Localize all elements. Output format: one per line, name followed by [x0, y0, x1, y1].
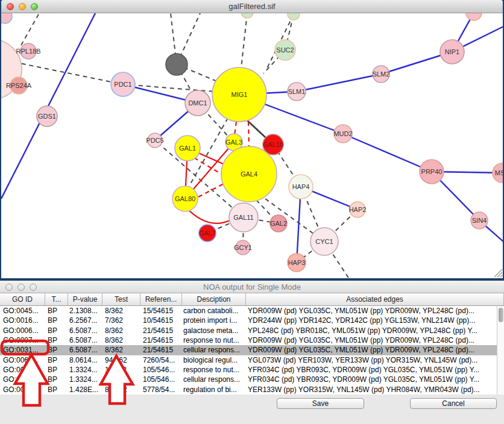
cell-test: 80/362: [102, 385, 140, 394]
cell-edges: YER133W (pp) YOR315W, YNL145W (pd) YHR08…: [246, 385, 504, 394]
network-node-label: GCY1: [234, 244, 252, 251]
network-node-label: PDC1: [114, 81, 131, 88]
cell-type: BP: [45, 335, 68, 345]
column-header-go_id[interactable]: GO ID: [0, 293, 45, 305]
cell-go_id: GO:0065...: [0, 355, 45, 365]
column-header-reference[interactable]: Referen...: [140, 293, 182, 305]
column-header-edges[interactable]: Associated edges: [246, 293, 504, 305]
cell-description: carbon cataboli...: [182, 306, 246, 316]
network-node-label: RPS24A: [6, 82, 32, 89]
cell-p_value: 6.5087...: [68, 345, 102, 355]
network-node-label: PDC5: [146, 137, 163, 144]
resize-grip-icon[interactable]: [494, 269, 502, 277]
network-window-titlebar[interactable]: galFiltered.sif: [1, 0, 503, 13]
cell-edges: YPL248C (pd) YBR018C, YML051W (pp) YDR00…: [246, 326, 504, 335]
network-node-topgreen1[interactable]: [241, 13, 253, 18]
cell-reference: 10/54615: [140, 316, 182, 325]
table-row[interactable]: GO:0006...BP6.5087...8/36221/54615galact…: [0, 326, 504, 335]
cell-reference: 105/546...: [140, 365, 182, 375]
close-button[interactable]: [7, 3, 14, 10]
table-row[interactable]: GO:0031...BP1.3324...11/362105/546...cel…: [0, 375, 504, 384]
scrollbar-thumb[interactable]: [499, 308, 503, 322]
cell-edges: YDR009W (pd) YGL035C, YML051W (pp) YDR00…: [246, 335, 504, 345]
cell-p_value: 1.3324...: [68, 375, 102, 384]
table-row[interactable]: GO:0031...BP6.5087...8/36221/54615cellul…: [0, 345, 504, 355]
network-node-label: CYC1: [315, 238, 333, 245]
network-edge: [21, 13, 39, 45]
noa-window-titlebar[interactable]: NOA output for Single Mode: [0, 281, 504, 293]
cell-reference: 105/546...: [140, 375, 182, 384]
network-node-label: MUD2: [333, 130, 352, 137]
noa-table-body: GO:0045...BP2.1308...8/36215/54615carbon…: [0, 306, 504, 394]
network-edge: [194, 158, 224, 176]
cancel-button[interactable]: Cancel: [410, 398, 497, 409]
network-node-label: SLM1: [288, 88, 306, 95]
network-node-label: GAL7: [199, 229, 216, 237]
save-button[interactable]: Save: [277, 398, 364, 409]
network-edge: [198, 184, 224, 197]
cell-p_value: 2.1308...: [68, 306, 102, 316]
cell-test: 8/362: [102, 345, 140, 355]
cell-test: 8/362: [102, 326, 140, 335]
network-node-graynode[interactable]: [166, 54, 187, 75]
cell-test: 7/362: [102, 316, 140, 325]
network-canvas[interactable]: RPL18BRPS24AGDS1PDC1DMC1MIG1SUC2SLM1SLM2…: [1, 13, 503, 278]
cell-test: 8/362: [102, 306, 140, 316]
cell-test: 8/362: [102, 335, 140, 345]
cell-description: cellular respons...: [182, 375, 246, 384]
cell-reference: 5778/54...: [140, 385, 182, 394]
network-node-trpink[interactable]: [466, 13, 482, 20]
network-node-label: GDS1: [38, 113, 56, 120]
cell-type: BP: [45, 385, 68, 394]
network-node-label: GAL2: [270, 220, 287, 227]
minimize-button[interactable]: [19, 3, 26, 10]
vertical-scrollbar[interactable]: [497, 306, 504, 394]
network-node-label: GAL11: [233, 214, 253, 221]
cell-type: BP: [45, 326, 68, 335]
network-node-label: GAL4: [241, 170, 257, 178]
network-node-label: GAL1: [179, 145, 196, 152]
cell-reference: 21/54615: [140, 326, 182, 335]
table-row[interactable]: GO:0050...BP1.428E...80/3625778/54...reg…: [0, 385, 504, 394]
network-edge: [241, 13, 247, 68]
cell-description: response to nut...: [182, 335, 246, 345]
cell-reference: 7260/54...: [140, 355, 182, 365]
table-row[interactable]: GO:0016...BP6.2567...7/36210/54615protei…: [0, 316, 504, 325]
cell-p_value: 1.428E...: [68, 385, 102, 394]
cell-edges: YDR009W (pd) YGL035C, YML051W (pp) YDR00…: [246, 345, 504, 355]
network-window-title: galFiltered.sif: [228, 2, 275, 11]
cell-type: BP: [45, 306, 68, 316]
noa-window-title: NOA output for Single Mode: [203, 282, 301, 292]
cell-go_id: GO:0031...: [0, 375, 45, 384]
cell-edges: YFR034C (pd) YBR093C, YDR009W (pd) YGL03…: [246, 365, 504, 375]
network-node-label: SLM2: [373, 70, 390, 78]
column-header-type[interactable]: T...: [45, 293, 68, 305]
column-header-test[interactable]: Test: [102, 293, 140, 305]
cell-go_id: GO:0031...: [0, 365, 45, 375]
network-node-label: HAP3: [288, 259, 306, 266]
cell-test: 11/362: [102, 375, 140, 384]
network-node-topgreen2[interactable]: [288, 13, 300, 20]
cell-test: 11/362: [102, 365, 140, 375]
table-row[interactable]: GO:0045...BP2.1308...8/36215/54615carbon…: [0, 306, 504, 316]
cell-description: response to nut...: [182, 365, 246, 375]
network-edge: [248, 122, 249, 146]
close-button[interactable]: [5, 284, 13, 291]
column-header-description[interactable]: Desciption: [182, 293, 246, 305]
network-node-label: MIG1: [232, 91, 248, 98]
button-panel: Save Cancel: [0, 394, 504, 424]
traffic-lights-inactive: [5, 281, 37, 294]
network-node-label: GAL80: [175, 195, 195, 202]
table-row[interactable]: GO:0031...BP1.3324...11/362105/546...res…: [0, 365, 504, 375]
network-node-label: HAP2: [349, 206, 367, 213]
minimize-button[interactable]: [17, 284, 25, 291]
zoom-button[interactable]: [30, 284, 37, 291]
table-row[interactable]: GO:0007...BP6.5087...8/36221/54615respon…: [0, 335, 504, 345]
table-row[interactable]: GO:0065...BP8.0614...94/3627260/54...bio…: [0, 355, 504, 365]
column-header-p_value[interactable]: P-value: [68, 293, 102, 305]
network-edge: [186, 208, 230, 223]
network-node-tlpink[interactable]: [1, 13, 12, 23]
cell-description: regulation of bi...: [182, 385, 246, 394]
zoom-button[interactable]: [31, 3, 38, 10]
network-node-label: MSN: [495, 169, 503, 176]
